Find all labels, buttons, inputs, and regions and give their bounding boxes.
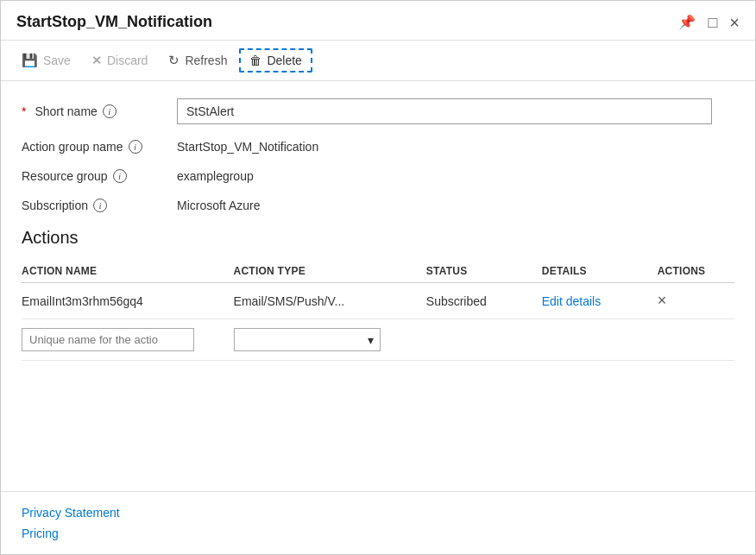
footer-links: Privacy Statement Pricing: [1, 492, 755, 554]
discard-label: Discard: [107, 54, 148, 67]
edit-details-link[interactable]: Edit details: [542, 294, 601, 308]
row-action-type: Email/SMS/Push/V...: [234, 283, 426, 319]
pricing-link[interactable]: Pricing: [22, 527, 734, 540]
actions-table: ACTION NAME ACTION TYPE STATUS DETAILS A: [22, 260, 734, 361]
action-group-panel: StartStop_VM_Notification 📌 □ × 💾 Save ✕…: [0, 0, 756, 555]
actions-title: Actions: [22, 228, 734, 248]
row-status: Subscribed: [426, 283, 542, 319]
new-details-cell: [542, 319, 658, 361]
resource-group-info-icon[interactable]: i: [113, 169, 127, 183]
row-details: Edit details: [542, 283, 658, 319]
subscription-info-icon[interactable]: i: [93, 199, 107, 212]
new-action-type-select-wrapper: Email/SMS/Push/Voice Webhook Automation …: [234, 328, 381, 351]
discard-button[interactable]: ✕ Discard: [83, 48, 156, 73]
col-header-actions: ACTIONS: [658, 260, 734, 283]
col-header-action-type: ACTION TYPE: [234, 260, 426, 283]
refresh-icon: ↻: [168, 53, 180, 68]
delete-button[interactable]: 🗑 Delete: [239, 48, 312, 73]
action-group-name-label-group: Action group name i: [22, 140, 177, 154]
resource-group-label-group: Resource group i: [22, 169, 177, 183]
remove-row-icon[interactable]: ×: [658, 292, 667, 309]
toolbar: 💾 Save ✕ Discard ↻ Refresh 🗑 Delete: [1, 41, 755, 81]
action-group-name-row: Action group name i StartStop_VM_Notific…: [22, 140, 734, 154]
actions-section: Actions ACTION NAME ACTION TYPE STATUS: [22, 228, 734, 361]
delete-icon: 🗑: [249, 54, 261, 67]
resource-group-value: examplegroup: [177, 169, 254, 183]
resource-group-row: Resource group i examplegroup: [22, 169, 734, 183]
save-label: Save: [43, 54, 71, 67]
action-group-name-label: Action group name: [22, 140, 123, 154]
row-actions: ×: [658, 283, 734, 319]
new-action-name-cell: [22, 319, 234, 361]
action-group-name-info-icon[interactable]: i: [129, 140, 142, 154]
row-action-name: EmailInt3m3rhm56gq4: [22, 283, 234, 319]
subscription-value: Microsoft Azure: [177, 199, 260, 212]
short-name-label-group: * Short name i: [22, 104, 177, 118]
discard-icon: ✕: [91, 54, 102, 67]
action-group-name-value: StartStop_VM_Notification: [177, 140, 318, 154]
new-action-row: Email/SMS/Push/Voice Webhook Automation …: [22, 319, 734, 361]
save-button[interactable]: 💾 Save: [13, 47, 79, 73]
table-body: EmailInt3m3rhm56gq4 Email/SMS/Push/V... …: [22, 283, 734, 361]
short-name-info-icon[interactable]: i: [103, 104, 117, 118]
col-header-status: STATUS: [426, 260, 542, 283]
refresh-label: Refresh: [185, 54, 227, 67]
col-header-action-name: ACTION NAME: [22, 260, 234, 283]
refresh-button[interactable]: ↻ Refresh: [160, 47, 236, 73]
content-area: * Short name i Action group name i Start…: [1, 81, 755, 491]
new-status-cell: [426, 319, 542, 361]
pin-icon[interactable]: 📌: [678, 16, 696, 29]
required-star: *: [22, 104, 26, 118]
short-name-label: Short name: [35, 104, 97, 118]
delete-label: Delete: [267, 54, 301, 67]
table-row: EmailInt3m3rhm56gq4 Email/SMS/Push/V... …: [22, 283, 734, 319]
subscription-label: Subscription: [22, 199, 88, 212]
new-action-type-cell: Email/SMS/Push/Voice Webhook Automation …: [234, 319, 426, 361]
panel-title: StartStop_VM_Notification: [16, 13, 212, 31]
table-header: ACTION NAME ACTION TYPE STATUS DETAILS A: [22, 260, 734, 283]
subscription-row: Subscription i Microsoft Azure: [22, 199, 734, 212]
title-bar: StartStop_VM_Notification 📌 □ ×: [1, 1, 755, 41]
save-icon: 💾: [22, 53, 38, 68]
close-icon[interactable]: ×: [729, 14, 740, 31]
new-action-type-select[interactable]: Email/SMS/Push/Voice Webhook Automation …: [234, 328, 381, 351]
short-name-row: * Short name i: [22, 98, 734, 124]
new-action-name-input[interactable]: [22, 328, 194, 351]
title-bar-icons: 📌 □ ×: [678, 14, 740, 31]
resource-group-label: Resource group: [22, 169, 108, 183]
privacy-statement-link[interactable]: Privacy Statement: [22, 506, 734, 520]
new-actions-cell: [658, 319, 734, 361]
subscription-label-group: Subscription i: [22, 199, 177, 212]
col-header-details: DETAILS: [542, 260, 658, 283]
short-name-input[interactable]: [177, 98, 712, 124]
restore-icon[interactable]: □: [708, 15, 717, 30]
